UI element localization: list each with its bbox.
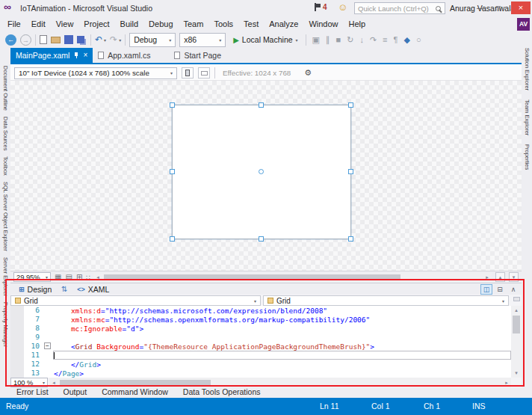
splitter-handle[interactable] <box>513 297 520 301</box>
find-icon[interactable]: ○ <box>416 35 421 44</box>
code-text[interactable] <box>53 351 511 360</box>
landscape-orientation-button[interactable] <box>198 67 210 79</box>
code-text[interactable]: mc:Ignorable="d"> <box>53 324 511 333</box>
xaml-code-editor[interactable]: 6 xmlns:d="http://schemas.microsoft.com/… <box>10 306 522 378</box>
minimize-button[interactable]: — <box>472 1 489 14</box>
editor-vertical-scrollbar[interactable]: ▴ ▾ <box>511 306 522 378</box>
step-into-icon[interactable]: ↓ <box>359 35 364 44</box>
menu-view[interactable]: View <box>51 18 79 30</box>
splitter-grip-icon[interactable]: ∷ <box>86 274 90 281</box>
indent-icon[interactable]: ≡ <box>383 35 387 44</box>
resize-handle-top[interactable] <box>259 102 264 108</box>
tab-close-icon[interactable]: × <box>83 52 87 59</box>
breadcrumb-right-dropdown[interactable]: Grid ▾ <box>263 295 509 306</box>
save-all-icon[interactable] <box>77 36 84 43</box>
processes-icon[interactable]: ▣ <box>312 35 320 45</box>
undo-icon[interactable]: ↶ <box>95 34 102 45</box>
code-text[interactable]: xmlns:d="http://schemas.microsoft.com/ex… <box>53 306 511 315</box>
resize-handle-top-left[interactable] <box>170 102 175 108</box>
menu-analyze[interactable]: Analyze <box>264 18 303 30</box>
resize-handle-right[interactable] <box>348 169 353 174</box>
comment-icon[interactable]: ¶ <box>394 35 398 44</box>
resize-handle-bottom-left[interactable] <box>170 236 175 242</box>
menu-team[interactable]: Team <box>179 18 209 30</box>
code-text[interactable]: <Grid Background="{ThemeResource Applica… <box>53 342 511 351</box>
scroll-down-icon[interactable]: ▾ <box>511 369 522 378</box>
tab-app-xaml-cs[interactable]: App.xaml.cs <box>93 48 155 63</box>
menu-window[interactable]: Window <box>303 18 343 30</box>
snap-to-grid-icon[interactable]: ▤ <box>65 273 72 281</box>
redo-dropdown-icon[interactable]: ▾ <box>119 37 121 43</box>
menu-debug[interactable]: Debug <box>143 18 178 30</box>
configuration-dropdown[interactable]: Debug ▾ <box>129 33 176 47</box>
restart-icon[interactable]: ↻ <box>347 35 353 45</box>
code-text[interactable]: xmlns:mc="http://schemas.openxmlformats.… <box>53 315 511 324</box>
navigate-forward-icon[interactable]: → <box>20 34 31 46</box>
user-avatar[interactable]: AV <box>517 18 530 31</box>
device-selector-dropdown[interactable]: 10" IoT Device (1024 x 768) 100% scale ▾ <box>14 67 177 79</box>
scrollbar-track[interactable] <box>102 273 483 282</box>
scroll-up-button[interactable]: ▴ <box>495 272 505 282</box>
swap-panes-icon[interactable]: ⇅ <box>58 285 71 293</box>
portrait-orientation-button[interactable] <box>182 67 194 79</box>
platform-dropdown[interactable]: x86 ▾ <box>179 33 226 47</box>
scrollbar-splitter[interactable] <box>511 295 522 306</box>
sidebar-item-properties[interactable]: Properties <box>524 144 531 170</box>
resize-handle-bottom-right[interactable] <box>348 236 353 242</box>
scrollbar-thumb[interactable] <box>60 380 211 386</box>
tab-start-page[interactable]: Start Page <box>169 48 226 63</box>
sidebar-item-server-explorer[interactable]: Server Explorer <box>2 257 9 296</box>
menu-edit[interactable]: Edit <box>26 18 51 30</box>
undo-dropdown-icon[interactable]: ▾ <box>104 37 106 43</box>
scroll-right-icon[interactable]: ▸ <box>483 273 492 282</box>
sidebar-item-sql-server-object-explorer[interactable]: SQL Server Object Explorer <box>2 182 9 251</box>
scroll-down-button[interactable]: ▾ <box>509 272 519 282</box>
panel-tab-output[interactable]: Output <box>58 387 93 397</box>
open-file-icon[interactable] <box>51 37 61 43</box>
start-debug-button[interactable]: ▶ Local Machine ▾ <box>229 33 301 47</box>
tab-design[interactable]: ⊞ Design <box>13 283 58 295</box>
menu-build[interactable]: Build <box>115 18 143 30</box>
breadcrumb-left-dropdown[interactable]: Grid ▾ <box>10 295 261 306</box>
gear-icon[interactable]: ⚙ <box>304 68 312 78</box>
sidebar-item-property-manager[interactable]: Property Manager <box>2 302 9 347</box>
design-artboard[interactable] <box>172 105 351 239</box>
collapse-pane-button[interactable]: ∧ <box>507 284 519 295</box>
stop-icon[interactable]: ■ <box>336 35 341 44</box>
menu-file[interactable]: File <box>2 18 26 30</box>
design-canvas[interactable] <box>10 81 522 271</box>
new-file-icon[interactable] <box>40 35 47 44</box>
scroll-left-icon[interactable]: ◂ <box>93 273 102 282</box>
close-button[interactable]: × <box>511 1 531 14</box>
sidebar-item-document-outline[interactable]: Document Outline <box>2 66 9 111</box>
sidebar-item-team-explorer[interactable]: Team Explorer <box>524 99 531 135</box>
code-text[interactable]: </Grid> <box>53 360 511 369</box>
vertical-split-button[interactable]: ◫ <box>480 284 492 295</box>
code-text[interactable]: </Page> <box>53 369 511 378</box>
menu-help[interactable]: Help <box>344 18 371 30</box>
sidebar-item-data-sources[interactable]: Data Sources <box>2 117 9 150</box>
tab-mainpage-xaml[interactable]: MainPage.xaml× <box>10 48 93 63</box>
bookmark-icon[interactable]: ◆ <box>403 35 409 45</box>
show-grid-icon[interactable]: ▦ <box>55 273 61 281</box>
resize-handle-left[interactable] <box>170 169 175 174</box>
scrollbar-thumb[interactable] <box>104 274 400 280</box>
tab-xaml[interactable]: <> XAML <box>71 283 115 295</box>
panel-tab-command-window[interactable]: Command Window <box>96 387 174 397</box>
resize-handle-top-right[interactable] <box>348 102 353 108</box>
quick-launch-input[interactable]: Quick Launch (Ctrl+Q) <box>354 2 445 14</box>
scrollbar-thumb[interactable] <box>513 316 520 333</box>
pin-icon[interactable] <box>73 52 79 59</box>
panel-tab-error-list[interactable]: Error List <box>10 387 55 397</box>
horizontal-split-button[interactable]: ⊟ <box>494 284 506 295</box>
menu-project[interactable]: Project <box>78 18 114 30</box>
step-over-icon[interactable]: ↷ <box>370 35 377 45</box>
save-icon[interactable] <box>64 35 73 44</box>
menu-tools[interactable]: Tools <box>208 18 238 30</box>
notifications-button[interactable]: 4 <box>314 3 327 11</box>
feedback-smiley-icon[interactable]: ☺ <box>338 1 347 13</box>
code-text[interactable] <box>53 333 511 342</box>
resize-handle-bottom[interactable] <box>259 236 264 242</box>
pause-icon[interactable]: ∥ <box>326 35 330 45</box>
redo-icon[interactable]: ↷ <box>110 34 117 45</box>
